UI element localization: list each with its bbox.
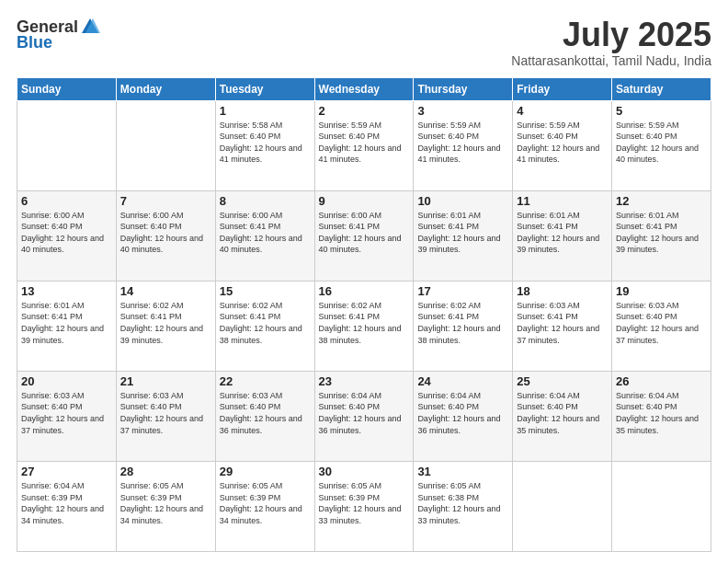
day-info: Sunrise: 6:04 AMSunset: 6:40 PMDaylight:… — [517, 390, 608, 436]
calendar-cell — [513, 461, 612, 551]
calendar-cell: 20Sunrise: 6:03 AMSunset: 6:40 PMDayligh… — [17, 371, 117, 461]
calendar-cell: 1Sunrise: 5:58 AMSunset: 6:40 PMDaylight… — [215, 100, 314, 190]
day-number: 24 — [417, 374, 508, 388]
calendar-cell: 10Sunrise: 6:01 AMSunset: 6:41 PMDayligh… — [414, 190, 513, 281]
calendar-week-3: 13Sunrise: 6:01 AMSunset: 6:41 PMDayligh… — [17, 281, 711, 371]
day-number: 22 — [220, 374, 311, 388]
calendar-cell: 4Sunrise: 5:59 AMSunset: 6:40 PMDaylight… — [513, 100, 612, 190]
day-number: 20 — [21, 374, 112, 388]
calendar-week-4: 20Sunrise: 6:03 AMSunset: 6:40 PMDayligh… — [17, 371, 711, 461]
day-number: 5 — [616, 104, 707, 118]
calendar-cell: 7Sunrise: 6:00 AMSunset: 6:40 PMDaylight… — [116, 190, 215, 281]
day-info: Sunrise: 6:01 AMSunset: 6:41 PMDaylight:… — [517, 210, 608, 256]
logo-blue: Blue — [17, 33, 52, 52]
day-info: Sunrise: 6:02 AMSunset: 6:41 PMDaylight:… — [120, 300, 211, 346]
day-number: 14 — [120, 284, 211, 298]
logo-icon — [80, 17, 100, 37]
day-number: 18 — [517, 284, 608, 298]
day-info: Sunrise: 6:04 AMSunset: 6:40 PMDaylight:… — [417, 390, 508, 436]
day-info: Sunrise: 6:03 AMSunset: 6:40 PMDaylight:… — [220, 390, 311, 436]
day-info: Sunrise: 6:05 AMSunset: 6:39 PMDaylight:… — [120, 480, 211, 526]
calendar-cell: 13Sunrise: 6:01 AMSunset: 6:41 PMDayligh… — [17, 281, 117, 371]
day-info: Sunrise: 5:59 AMSunset: 6:40 PMDaylight:… — [319, 120, 410, 166]
day-number: 8 — [220, 194, 311, 208]
weekday-header-friday: Friday — [513, 77, 612, 100]
calendar-week-2: 6Sunrise: 6:00 AMSunset: 6:40 PMDaylight… — [17, 190, 711, 281]
calendar-cell: 29Sunrise: 6:05 AMSunset: 6:39 PMDayligh… — [215, 461, 314, 551]
day-info: Sunrise: 6:02 AMSunset: 6:41 PMDaylight:… — [417, 300, 508, 346]
calendar-cell: 26Sunrise: 6:04 AMSunset: 6:40 PMDayligh… — [612, 371, 711, 461]
weekday-header-tuesday: Tuesday — [215, 77, 314, 100]
calendar-cell: 14Sunrise: 6:02 AMSunset: 6:41 PMDayligh… — [116, 281, 215, 371]
day-info: Sunrise: 6:03 AMSunset: 6:41 PMDaylight:… — [517, 300, 608, 346]
calendar-cell: 11Sunrise: 6:01 AMSunset: 6:41 PMDayligh… — [513, 190, 612, 281]
day-info: Sunrise: 6:00 AMSunset: 6:41 PMDaylight:… — [319, 210, 410, 256]
weekday-header: SundayMondayTuesdayWednesdayThursdayFrid… — [17, 77, 711, 100]
day-number: 9 — [319, 194, 410, 208]
calendar-cell — [17, 100, 117, 190]
day-number: 17 — [417, 284, 508, 298]
day-info: Sunrise: 6:00 AMSunset: 6:41 PMDaylight:… — [220, 210, 311, 256]
calendar-cell: 31Sunrise: 6:05 AMSunset: 6:38 PMDayligh… — [414, 461, 513, 551]
logo: General Blue — [17, 17, 101, 52]
calendar-cell: 30Sunrise: 6:05 AMSunset: 6:39 PMDayligh… — [314, 461, 414, 551]
day-number: 3 — [417, 104, 508, 118]
weekday-header-thursday: Thursday — [414, 77, 513, 100]
day-number: 28 — [120, 465, 211, 478]
day-info: Sunrise: 6:04 AMSunset: 6:40 PMDaylight:… — [319, 390, 410, 436]
calendar-cell: 25Sunrise: 6:04 AMSunset: 6:40 PMDayligh… — [513, 371, 612, 461]
calendar: SundayMondayTuesdayWednesdayThursdayFrid… — [17, 77, 711, 552]
day-number: 19 — [616, 284, 707, 298]
calendar-cell: 27Sunrise: 6:04 AMSunset: 6:39 PMDayligh… — [17, 461, 117, 551]
day-info: Sunrise: 6:00 AMSunset: 6:40 PMDaylight:… — [21, 210, 112, 256]
day-number: 11 — [517, 194, 608, 208]
calendar-cell: 17Sunrise: 6:02 AMSunset: 6:41 PMDayligh… — [414, 281, 513, 371]
day-info: Sunrise: 6:04 AMSunset: 6:39 PMDaylight:… — [21, 480, 112, 526]
day-info: Sunrise: 6:03 AMSunset: 6:40 PMDaylight:… — [120, 390, 211, 436]
calendar-cell: 16Sunrise: 6:02 AMSunset: 6:41 PMDayligh… — [314, 281, 414, 371]
calendar-week-1: 1Sunrise: 5:58 AMSunset: 6:40 PMDaylight… — [17, 100, 711, 190]
day-info: Sunrise: 6:05 AMSunset: 6:39 PMDaylight:… — [220, 480, 311, 526]
day-info: Sunrise: 5:59 AMSunset: 6:40 PMDaylight:… — [417, 120, 508, 166]
calendar-week-5: 27Sunrise: 6:04 AMSunset: 6:39 PMDayligh… — [17, 461, 711, 551]
title-block: July 2025 Nattarasankottai, Tamil Nadu, … — [511, 17, 711, 68]
day-info: Sunrise: 5:59 AMSunset: 6:40 PMDaylight:… — [616, 120, 707, 166]
weekday-header-monday: Monday — [116, 77, 215, 100]
day-number: 29 — [220, 465, 311, 478]
day-number: 30 — [319, 465, 410, 478]
day-number: 12 — [616, 194, 707, 208]
day-number: 26 — [616, 374, 707, 388]
calendar-cell — [612, 461, 711, 551]
calendar-cell: 9Sunrise: 6:00 AMSunset: 6:41 PMDaylight… — [314, 190, 414, 281]
day-info: Sunrise: 6:05 AMSunset: 6:38 PMDaylight:… — [417, 480, 508, 526]
calendar-cell: 22Sunrise: 6:03 AMSunset: 6:40 PMDayligh… — [215, 371, 314, 461]
day-info: Sunrise: 6:01 AMSunset: 6:41 PMDaylight:… — [616, 210, 707, 256]
day-info: Sunrise: 6:05 AMSunset: 6:39 PMDaylight:… — [319, 480, 410, 526]
day-number: 7 — [120, 194, 211, 208]
day-number: 13 — [21, 284, 112, 298]
calendar-cell: 18Sunrise: 6:03 AMSunset: 6:41 PMDayligh… — [513, 281, 612, 371]
day-number: 27 — [21, 465, 112, 478]
day-number: 31 — [417, 465, 508, 478]
calendar-cell: 3Sunrise: 5:59 AMSunset: 6:40 PMDaylight… — [414, 100, 513, 190]
calendar-cell: 21Sunrise: 6:03 AMSunset: 6:40 PMDayligh… — [116, 371, 215, 461]
day-number: 10 — [417, 194, 508, 208]
day-info: Sunrise: 6:04 AMSunset: 6:40 PMDaylight:… — [616, 390, 707, 436]
day-number: 2 — [319, 104, 410, 118]
day-number: 21 — [120, 374, 211, 388]
calendar-cell: 23Sunrise: 6:04 AMSunset: 6:40 PMDayligh… — [314, 371, 414, 461]
day-number: 6 — [21, 194, 112, 208]
calendar-cell: 19Sunrise: 6:03 AMSunset: 6:40 PMDayligh… — [612, 281, 711, 371]
calendar-cell: 12Sunrise: 6:01 AMSunset: 6:41 PMDayligh… — [612, 190, 711, 281]
title-month: July 2025 — [511, 17, 711, 53]
calendar-cell: 6Sunrise: 6:00 AMSunset: 6:40 PMDaylight… — [17, 190, 117, 281]
weekday-header-wednesday: Wednesday — [314, 77, 414, 100]
day-number: 23 — [319, 374, 410, 388]
weekday-header-saturday: Saturday — [612, 77, 711, 100]
header: General Blue July 2025 Nattarasankottai,… — [17, 17, 711, 68]
day-info: Sunrise: 6:02 AMSunset: 6:41 PMDaylight:… — [220, 300, 311, 346]
day-info: Sunrise: 5:58 AMSunset: 6:40 PMDaylight:… — [220, 120, 311, 166]
day-info: Sunrise: 6:03 AMSunset: 6:40 PMDaylight:… — [616, 300, 707, 346]
calendar-cell: 24Sunrise: 6:04 AMSunset: 6:40 PMDayligh… — [414, 371, 513, 461]
calendar-cell: 2Sunrise: 5:59 AMSunset: 6:40 PMDaylight… — [314, 100, 414, 190]
